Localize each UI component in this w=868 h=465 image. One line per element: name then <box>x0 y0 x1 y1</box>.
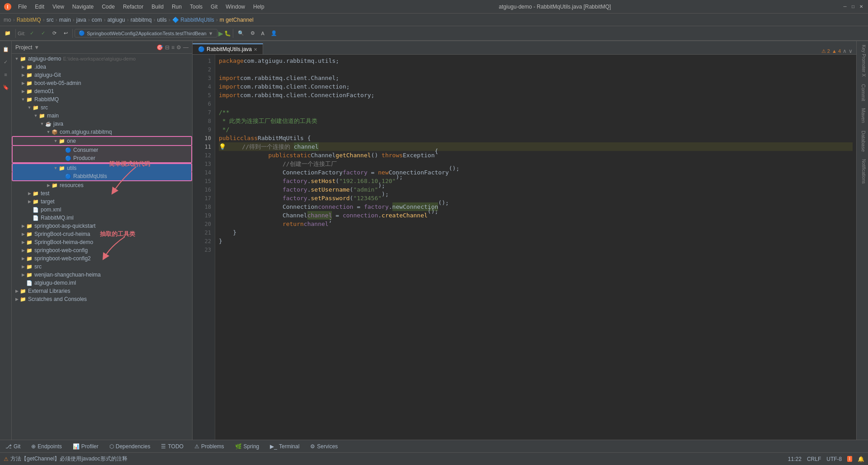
git-revert-btn[interactable]: ↩ <box>61 29 71 37</box>
tree-item-utils[interactable]: ▼ 📁 utils <box>12 163 192 172</box>
toolbar-project-btn[interactable]: 📁 <box>2 29 14 37</box>
bottom-tool-spring[interactable]: 🌿 Spring <box>233 442 261 451</box>
debug-button[interactable]: 🐛 <box>224 30 231 37</box>
breadcrumb-class[interactable]: 🔷 RabbitMqUtils <box>172 17 214 23</box>
status-line-ending[interactable]: CRLF <box>807 456 821 462</box>
status-position[interactable]: 11:22 <box>788 456 802 462</box>
search-button[interactable]: 🔍 <box>235 29 247 37</box>
bottom-tool-profiler[interactable]: 📊 Profiler <box>71 442 100 451</box>
project-dropdown-arrow[interactable]: ▼ <box>34 44 39 51</box>
menu-tools[interactable]: Tools <box>186 3 206 11</box>
tree-item-main[interactable]: ▼ 📁 main <box>12 112 192 120</box>
menu-refactor[interactable]: Refactor <box>119 3 147 11</box>
tree-item-src[interactable]: ▼ 📁 src <box>12 103 192 112</box>
tree-item-pom[interactable]: 📄 pom.xml <box>12 206 192 214</box>
breadcrumb-mo[interactable]: mo <box>4 17 11 23</box>
minimize-button[interactable]: ─ <box>842 4 848 10</box>
status-message[interactable]: ⚠ 方法【getChannel】必须使用javadoc形式的注释 <box>4 455 127 463</box>
run-button[interactable]: ▶ <box>218 30 223 37</box>
locate-file-btn[interactable]: 🎯 <box>156 44 163 51</box>
tree-item-com-pkg[interactable]: ▼ 📦 com.atgiugu.rabbitmq <box>12 128 192 136</box>
bottom-tool-dependencies[interactable]: ⬡ Dependencies <box>108 442 152 451</box>
run-config-selector[interactable]: 🔵 SpringbootWebConfig2ApplicationTests.t… <box>75 29 217 38</box>
tree-item-rabbitmq[interactable]: ▼ 📁 RabbitMQ <box>12 95 192 103</box>
tree-item-src2[interactable]: ▶ 📁 src <box>12 263 192 271</box>
bottom-tool-problems[interactable]: ⚠ Problems <box>193 442 226 451</box>
menu-code[interactable]: Code <box>98 3 118 11</box>
menu-build[interactable]: Build <box>148 3 167 11</box>
maximize-button[interactable]: □ <box>850 4 856 10</box>
tree-item-resources[interactable]: ▶ 📁 resources <box>12 181 192 189</box>
tree-item-heima-demo[interactable]: ▶ 📁 SpringBoot-heima-demo <box>12 238 192 246</box>
bottom-tool-endpoints[interactable]: ⊕ Endpoints <box>29 442 63 451</box>
tree-item-producer[interactable]: 🔵 Producer <box>12 154 192 163</box>
breadcrumb-src[interactable]: src <box>47 17 54 23</box>
tree-item-wenjian[interactable]: ▶ 📁 wenjian-shangchuan-heima <box>12 271 192 279</box>
settings-button[interactable]: ⚙ <box>248 29 258 37</box>
tree-item-target[interactable]: ▶ 📁 target <box>12 197 192 206</box>
nav-down-btn[interactable]: ∨ <box>849 48 853 54</box>
status-encoding[interactable]: UTF-8 <box>826 456 842 462</box>
tree-item-web-config2[interactable]: ▶ 📁 springboot-web-config2 <box>12 254 192 263</box>
hide-panel-btn[interactable]: — <box>183 44 189 51</box>
tree-item-atgiugu-demo[interactable]: ▼ 📁 atgiugu-demo E:\idea-workspace\atgiu… <box>12 55 192 63</box>
commit-panel-toggle[interactable]: ✓ <box>1 57 10 66</box>
structure-panel-toggle[interactable]: ≡ <box>1 70 10 79</box>
menu-git[interactable]: Git <box>207 3 221 11</box>
bottom-tool-services[interactable]: ⚙ Services <box>308 442 340 451</box>
tree-item-crud-heima[interactable]: ▶ 📁 SpringBoot-crud-heima <box>12 230 192 238</box>
right-panel-key-promoter[interactable]: Key Promoter X <box>857 41 868 80</box>
tree-item-atgiugu-iml[interactable]: 📄 atgiugu-demo.iml <box>12 279 192 287</box>
menu-navigate[interactable]: Navigate <box>69 3 97 11</box>
breadcrumb-utils[interactable]: utils <box>157 17 166 23</box>
code-content[interactable]: package com.atgiugu.rabbitmq.utils; impo… <box>215 55 856 440</box>
git-check2-btn[interactable]: ✓ <box>38 29 48 37</box>
user-button[interactable]: 👤 <box>268 29 280 37</box>
right-panel-commit[interactable]: Commit <box>857 80 868 105</box>
tree-item-java[interactable]: ▼ ☕ java <box>12 120 192 128</box>
tree-item-atgiugu-git[interactable]: ▶ 📁 atgiugu-Git <box>12 71 192 79</box>
menu-edit[interactable]: Edit <box>31 3 48 11</box>
breadcrumb-java[interactable]: java <box>76 17 86 23</box>
nav-up-btn[interactable]: ∧ <box>843 48 847 54</box>
menu-view[interactable]: View <box>49 3 68 11</box>
bookmarks-panel-toggle[interactable]: 🔖 <box>1 83 10 92</box>
bottom-tool-todo[interactable]: ☰ TODO <box>159 442 185 451</box>
tree-item-web-config[interactable]: ▶ 📁 springboot-web-config <box>12 246 192 254</box>
tree-item-demo01[interactable]: ▶ 📁 demo01 <box>12 87 192 95</box>
menu-window[interactable]: Window <box>222 3 249 11</box>
right-panel-maven[interactable]: Maven <box>857 104 868 127</box>
collapse-all-btn[interactable]: ⊟ <box>165 44 170 51</box>
tree-item-one[interactable]: ▼ 📁 one <box>12 136 192 146</box>
tree-item-rabbitmqutils[interactable]: 🔵 RabbitMqUtils <box>12 172 192 181</box>
tab-close-btn[interactable]: ✕ <box>254 47 257 52</box>
breadcrumb-method[interactable]: m getChannel <box>220 17 254 23</box>
tree-item-external-libs[interactable]: ▶ 📁 External Libraries <box>12 287 192 295</box>
menu-help[interactable]: Help <box>250 3 268 11</box>
editor-tab-rabbitmqutils[interactable]: 🔵 RabbitMqUtils.java ✕ <box>193 43 263 54</box>
breadcrumb-com[interactable]: com <box>92 17 102 23</box>
breadcrumb-atgiugu[interactable]: atgiugu <box>107 17 125 23</box>
right-panel-notifications[interactable]: Notifications <box>857 155 868 187</box>
git-history-btn[interactable]: ⟳ <box>50 29 59 37</box>
tree-item-consumer[interactable]: 🔵 Consumer <box>12 146 192 154</box>
menu-file[interactable]: File <box>14 3 30 11</box>
project-panel-toggle[interactable]: 📋 <box>1 45 10 54</box>
breadcrumb-main[interactable]: main <box>59 17 71 23</box>
panel-settings-btn[interactable]: ⚙ <box>176 44 181 51</box>
close-button[interactable]: ✕ <box>858 4 864 10</box>
tree-item-scratches[interactable]: ▶ 📁 Scratches and Consoles <box>12 295 192 303</box>
tree-item-test[interactable]: ▶ 📁 test <box>12 189 192 197</box>
status-notifications[interactable]: 🔔 <box>858 456 864 462</box>
right-panel-database[interactable]: Database <box>857 127 868 155</box>
breadcrumb-rabbitmq-pkg[interactable]: rabbitmq <box>131 17 152 23</box>
translate-button[interactable]: A <box>259 30 267 37</box>
breadcrumb-rabbitmq[interactable]: RabbitMQ <box>17 17 41 23</box>
tree-item-idea[interactable]: ▶ 📁 .idea <box>12 63 192 71</box>
bottom-tool-terminal[interactable]: ▶_ Terminal <box>268 442 301 451</box>
git-check-btn[interactable]: ✓ <box>27 29 37 37</box>
tree-item-boot-web[interactable]: ▶ 📁 boot-web-05-admin <box>12 79 192 87</box>
tree-item-springboot-aop[interactable]: ▶ 📁 springboot-aop-quickstart <box>12 222 192 230</box>
expand-all-btn[interactable]: ≡ <box>171 44 175 51</box>
tree-item-rabbitmq-iml[interactable]: 📄 RabbitMQ.iml <box>12 214 192 222</box>
